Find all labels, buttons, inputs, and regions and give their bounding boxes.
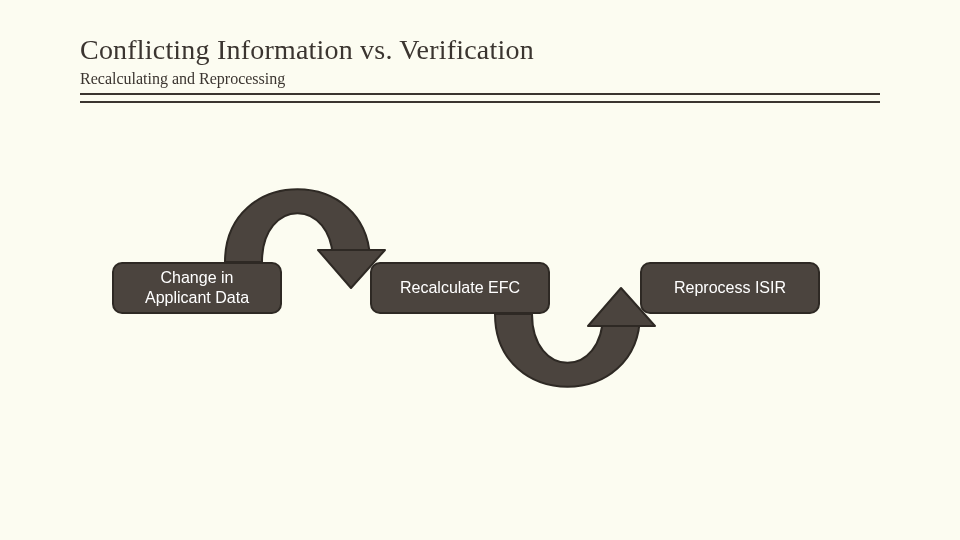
node-label: Recalculate EFC	[400, 278, 520, 298]
slide: Conflicting Information vs. Verification…	[0, 0, 960, 540]
node-change-applicant-data: Change inApplicant Data	[112, 262, 282, 314]
node-label: Reprocess ISIR	[674, 278, 786, 298]
process-diagram: Change inApplicant Data Recalculate EFC …	[0, 0, 960, 540]
node-recalculate-efc: Recalculate EFC	[370, 262, 550, 314]
node-reprocess-isir: Reprocess ISIR	[640, 262, 820, 314]
node-label: Change inApplicant Data	[145, 268, 249, 308]
